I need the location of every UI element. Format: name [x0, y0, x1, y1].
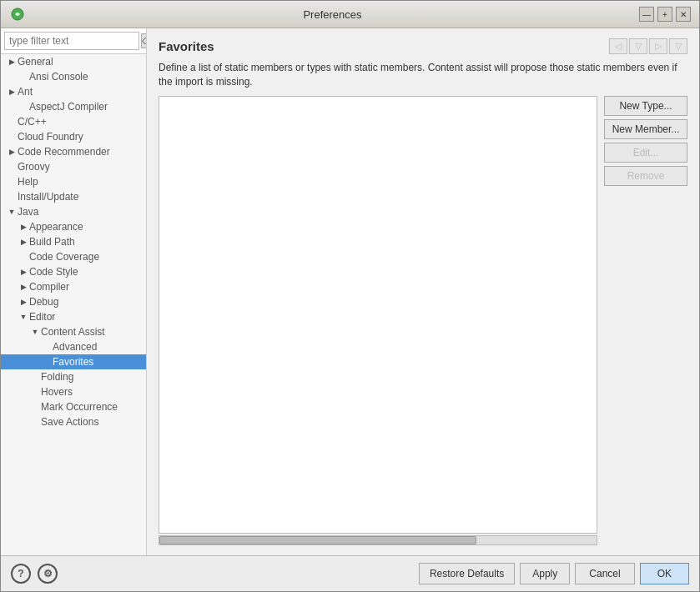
expander-icon — [6, 131, 18, 143]
sidebar-item-ansi-console[interactable]: Ansi Console — [1, 69, 146, 84]
remove-button[interactable]: Remove — [604, 166, 687, 186]
sidebar: ⌫ ▶ General Ansi Console ▶ Ant — [1, 28, 147, 555]
sidebar-item-label: Code Style — [29, 266, 78, 278]
sidebar-item-advanced[interactable]: Advanced — [1, 339, 146, 354]
expander-icon: ▶ — [6, 146, 18, 158]
sidebar-item-save-actions[interactable]: Save Actions — [1, 414, 146, 429]
sidebar-item-general[interactable]: ▶ General — [1, 54, 146, 69]
expander-icon — [6, 161, 18, 173]
ok-button[interactable]: OK — [640, 563, 689, 584]
sidebar-item-label: Favorites — [53, 356, 93, 368]
sidebar-item-code-recommender[interactable]: ▶ Code Recommender — [1, 144, 146, 159]
sidebar-item-label: Debug — [29, 296, 58, 308]
favorites-container: New Type... New Member... Edit... Remove — [159, 96, 687, 545]
sidebar-item-label: Appearance — [29, 221, 83, 233]
sidebar-item-label: Build Path — [29, 236, 75, 248]
expander-icon — [6, 191, 18, 203]
expander-icon — [6, 116, 18, 128]
window-controls: — + ✕ — [639, 7, 691, 22]
expander-icon — [18, 101, 29, 113]
expander-icon: ▶ — [18, 236, 29, 248]
restore-defaults-button[interactable]: Restore Defaults — [419, 563, 515, 584]
sidebar-item-folding[interactable]: Folding — [1, 369, 146, 384]
favorites-list[interactable] — [159, 96, 597, 534]
expander-icon: ▶ — [18, 281, 29, 293]
expander-icon — [29, 386, 41, 398]
sidebar-item-help[interactable]: Help — [1, 174, 146, 189]
expander-icon — [41, 356, 53, 368]
scrollbar-thumb — [159, 536, 476, 544]
main-panel: Favorites ◁ ▽ ▷ ▽ Define a list of stati… — [147, 28, 699, 555]
bottom-buttons-bar: ? ⚙ Restore Defaults Apply Cancel OK — [1, 555, 699, 591]
sidebar-item-install-update[interactable]: Install/Update — [1, 189, 146, 204]
app-logo — [9, 6, 26, 23]
apply-button[interactable]: Apply — [520, 563, 570, 584]
sidebar-item-label: Ant — [18, 86, 33, 98]
edit-button[interactable]: Edit... — [604, 143, 687, 163]
favorites-action-buttons: New Type... New Member... Edit... Remove — [604, 96, 687, 545]
sidebar-item-label: AspectJ Compiler — [29, 101, 108, 113]
close-button[interactable]: ✕ — [676, 7, 691, 22]
expander-icon — [6, 176, 18, 188]
help-button[interactable]: ? — [11, 564, 31, 584]
expander-icon — [18, 251, 29, 263]
sidebar-item-groovy[interactable]: Groovy — [1, 159, 146, 174]
sidebar-item-hovers[interactable]: Hovers — [1, 384, 146, 399]
sidebar-item-label: Java — [18, 206, 38, 218]
nav-arrows: ◁ ▽ ▷ ▽ — [609, 38, 687, 54]
panel-header: Favorites ◁ ▽ ▷ ▽ — [159, 38, 687, 54]
title-bar: Preferences — + ✕ — [1, 1, 699, 28]
sidebar-item-cloud-foundry[interactable]: Cloud Foundry — [1, 129, 146, 144]
sidebar-item-java[interactable]: ▼ Java — [1, 204, 146, 219]
sidebar-item-label: Editor — [29, 311, 55, 323]
preferences-dialog: Preferences — + ✕ ⌫ ▶ General Ansi Co — [0, 0, 700, 592]
sidebar-item-editor[interactable]: ▼ Editor — [1, 309, 146, 324]
expander-icon: ▼ — [6, 206, 18, 218]
maximize-button[interactable]: + — [657, 7, 672, 22]
dialog-title: Preferences — [26, 8, 639, 21]
expander-icon — [18, 71, 29, 83]
expander-icon: ▶ — [6, 86, 18, 98]
expander-icon: ▶ — [18, 221, 29, 233]
expander-icon: ▼ — [29, 326, 41, 338]
new-member-button[interactable]: New Member... — [604, 119, 687, 139]
new-type-button[interactable]: New Type... — [604, 96, 687, 116]
sidebar-item-favorites[interactable]: Favorites — [1, 354, 146, 369]
expander-icon: ▶ — [6, 56, 18, 68]
sidebar-item-label: Ansi Console — [29, 71, 88, 83]
filter-input[interactable] — [4, 32, 139, 50]
nav-forward-dropdown[interactable]: ▽ — [669, 38, 687, 54]
preferences-tree: ▶ General Ansi Console ▶ Ant AspectJ Com… — [1, 54, 146, 555]
filter-wrap: ⌫ — [1, 28, 146, 54]
help-icons: ? ⚙ — [11, 564, 58, 584]
sidebar-item-label: Mark Occurrence — [41, 401, 118, 413]
nav-back-button[interactable]: ◁ — [609, 38, 627, 54]
nav-forward-button[interactable]: ▷ — [649, 38, 667, 54]
sidebar-item-content-assist[interactable]: ▼ Content Assist — [1, 324, 146, 339]
filter-clear-button[interactable]: ⌫ — [141, 33, 147, 48]
sidebar-item-appearance[interactable]: ▶ Appearance — [1, 219, 146, 234]
cancel-button[interactable]: Cancel — [575, 563, 634, 584]
sidebar-item-label: Install/Update — [18, 191, 78, 203]
minimize-button[interactable]: — — [639, 7, 654, 22]
sidebar-item-compiler[interactable]: ▶ Compiler — [1, 279, 146, 294]
sidebar-item-label: Hovers — [41, 386, 73, 398]
expander-icon — [29, 401, 41, 413]
sidebar-item-label: C/C++ — [18, 116, 47, 128]
sidebar-item-aspectj[interactable]: AspectJ Compiler — [1, 99, 146, 114]
nav-back-dropdown[interactable]: ▽ — [629, 38, 647, 54]
sidebar-item-label: Code Recommender — [18, 146, 110, 158]
sidebar-item-label: Content Assist — [41, 326, 105, 338]
sidebar-item-ant[interactable]: ▶ Ant — [1, 84, 146, 99]
sidebar-item-build-path[interactable]: ▶ Build Path — [1, 234, 146, 249]
sidebar-item-label: Folding — [41, 371, 73, 383]
horizontal-scrollbar[interactable] — [159, 535, 597, 545]
sidebar-item-code-coverage[interactable]: Code Coverage — [1, 249, 146, 264]
settings-button[interactable]: ⚙ — [38, 564, 58, 584]
sidebar-item-debug[interactable]: ▶ Debug — [1, 294, 146, 309]
sidebar-item-code-style[interactable]: ▶ Code Style — [1, 264, 146, 279]
sidebar-item-label: Code Coverage — [29, 251, 99, 263]
sidebar-item-mark-occurrence[interactable]: Mark Occurrence — [1, 399, 146, 414]
expander-icon: ▶ — [18, 296, 29, 308]
sidebar-item-cpp[interactable]: C/C++ — [1, 114, 146, 129]
